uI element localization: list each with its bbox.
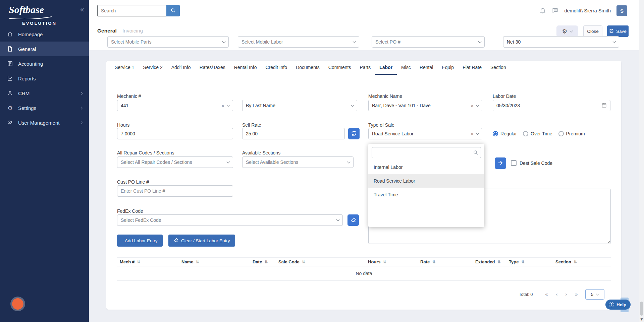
sort-icon[interactable]: ⇅	[137, 260, 140, 264]
po-number-select[interactable]: Select PO #	[372, 36, 485, 48]
sidebar-item-settings[interactable]: ⚙ Settings	[0, 101, 89, 115]
dropdown-search-input[interactable]	[372, 147, 481, 158]
mobile-labor-select[interactable]: Select Mobile Labor	[238, 36, 359, 48]
tab-credit-info[interactable]: Credit Info	[261, 61, 291, 75]
col-section[interactable]: Section⇅	[553, 259, 611, 264]
help-button[interactable]: ? Help	[605, 300, 631, 310]
all-repair-codes-select[interactable]: Select All Repair Codes / Sections	[117, 156, 233, 168]
sidebar-item-user-management[interactable]: User Management	[0, 115, 89, 130]
sidebar-item-accounting[interactable]: Accounting	[0, 56, 89, 71]
transfer-sale-code-button[interactable]	[495, 157, 506, 169]
clear-icon[interactable]: ×	[471, 103, 474, 108]
name-sort-select[interactable]: By Last Name	[242, 100, 357, 111]
sort-icon[interactable]: ⇅	[196, 260, 199, 264]
tab-service-2[interactable]: Service 2	[139, 61, 167, 75]
fedex-code-select[interactable]: Select FedEx Code	[117, 214, 343, 226]
tab-addl-info[interactable]: Add'l Info	[167, 61, 195, 75]
tab-section[interactable]: Section	[486, 61, 511, 75]
checkbox-icon[interactable]	[511, 160, 517, 166]
floating-action-button[interactable]	[12, 298, 23, 310]
pagination-prev-icon[interactable]: ‹	[555, 291, 557, 298]
messages-icon[interactable]	[552, 7, 558, 15]
mobile-parts-select[interactable]: Select Mobile Parts	[107, 36, 229, 48]
sidebar-item-reports[interactable]: Reports	[0, 71, 89, 86]
sidebar-item-homepage[interactable]: Homepage	[0, 27, 89, 42]
module-tab-invoicing[interactable]: Invoicing	[122, 25, 143, 36]
col-extended[interactable]: Extended⇅	[473, 259, 506, 264]
col-mech-number[interactable]: Mech #⇅	[117, 259, 179, 264]
col-hours[interactable]: Hours⇅	[365, 259, 418, 264]
type-of-sale-combo[interactable]: Road Service Labor ×	[368, 128, 482, 139]
scrollbar[interactable]: ▼	[639, 0, 644, 322]
clear-labor-entry-button[interactable]: Clear / Start Labor Entry	[168, 235, 235, 247]
page-size-select[interactable]: 5	[585, 289, 604, 300]
sort-icon[interactable]: ⇅	[264, 260, 268, 264]
settings-dropdown-button[interactable]: ⚙	[556, 25, 578, 37]
option-road-service-labor[interactable]: Road Service Labor	[368, 174, 484, 188]
labor-card: Service 1 Service 2 Add'l Info Rates/Tax…	[106, 61, 621, 310]
available-sections-select[interactable]: Select Available Sections	[242, 156, 354, 168]
sort-icon[interactable]: ⇅	[383, 260, 386, 264]
sidebar-collapse-icon[interactable]: «	[80, 5, 84, 14]
search-input[interactable]	[97, 5, 166, 16]
terms-select[interactable]: Net 30	[503, 36, 619, 48]
module-tab-general[interactable]: General	[97, 25, 117, 36]
scrollbar-thumb[interactable]	[640, 302, 643, 316]
pagination-next-icon[interactable]: ›	[565, 291, 567, 298]
topbar: demolift\ Sierra Smith S	[89, 0, 644, 21]
mechanic-number-combo[interactable]: 441 ×	[117, 100, 233, 111]
col-label: Type	[509, 259, 519, 264]
tab-flat-rate[interactable]: Flat Rate	[458, 61, 486, 75]
tab-service-1[interactable]: Service 1	[110, 61, 139, 75]
close-button[interactable]: Close	[583, 25, 602, 37]
col-type[interactable]: Type⇅	[506, 259, 553, 264]
radio-regular[interactable]: Regular	[493, 131, 517, 136]
mechanic-name-combo[interactable]: Barr, Dave - Van 101 - Dave ×	[368, 100, 482, 111]
tab-rental-info[interactable]: Rental Info	[230, 61, 261, 75]
refresh-rate-button[interactable]	[348, 128, 360, 139]
bell-icon[interactable]	[539, 7, 546, 15]
tab-documents[interactable]: Documents	[291, 61, 324, 75]
tab-equip[interactable]: Equip	[437, 61, 458, 75]
sort-icon[interactable]: ⇅	[574, 260, 577, 264]
add-labor-entry-button[interactable]: Add Labor Entry	[117, 235, 163, 247]
sort-icon[interactable]: ⇅	[302, 260, 305, 264]
search-button[interactable]	[166, 5, 180, 16]
cust-po-line-input[interactable]	[117, 185, 233, 197]
labor-date-input[interactable]: 05/30/2023	[493, 100, 610, 111]
radio-selected-icon	[493, 131, 498, 136]
tab-misc[interactable]: Misc	[397, 61, 415, 75]
col-label: Hours	[368, 259, 381, 264]
sort-icon[interactable]: ⇅	[497, 260, 501, 264]
clear-icon[interactable]: ×	[221, 103, 224, 108]
dest-sale-code-checkbox-row[interactable]: Dest Sale Code	[511, 160, 552, 166]
col-name[interactable]: Name⇅	[179, 259, 250, 264]
tab-parts[interactable]: Parts	[356, 61, 375, 75]
sidebar-item-general[interactable]: General	[0, 42, 89, 56]
tab-comments[interactable]: Comments	[324, 61, 356, 75]
scroll-down-icon[interactable]: ▼	[639, 316, 644, 322]
tab-labor[interactable]: Labor	[375, 61, 397, 75]
col-date[interactable]: Date⇅	[250, 259, 276, 264]
calendar-icon[interactable]	[601, 103, 607, 109]
type-of-sale-dropdown: Internal Labor Road Service Labor Travel…	[368, 144, 484, 227]
clear-fedex-button[interactable]	[347, 214, 359, 226]
save-button[interactable]: Save	[607, 25, 629, 37]
option-travel-time[interactable]: Travel Time	[368, 188, 484, 201]
avatar[interactable]: S	[616, 5, 627, 16]
hours-input[interactable]	[117, 128, 233, 139]
sell-rate-input[interactable]	[242, 128, 345, 139]
radio-premium[interactable]: Premium	[558, 131, 585, 136]
sidebar-item-crm[interactable]: CRM	[0, 86, 89, 101]
pagination-first-icon[interactable]: «	[545, 291, 548, 298]
clear-icon[interactable]: ×	[471, 131, 474, 136]
col-rate[interactable]: Rate⇅	[418, 259, 473, 264]
radio-over-time[interactable]: Over Time	[523, 131, 552, 136]
sort-icon[interactable]: ⇅	[521, 260, 524, 264]
tab-rates-taxes[interactable]: Rates/Taxes	[195, 61, 230, 75]
option-internal-labor[interactable]: Internal Labor	[368, 160, 484, 174]
sort-icon[interactable]: ⇅	[432, 260, 435, 264]
tab-rental[interactable]: Rental	[415, 61, 437, 75]
col-sale-code[interactable]: Sale Code⇅	[276, 259, 365, 264]
pagination-last-icon[interactable]: »	[575, 291, 578, 298]
